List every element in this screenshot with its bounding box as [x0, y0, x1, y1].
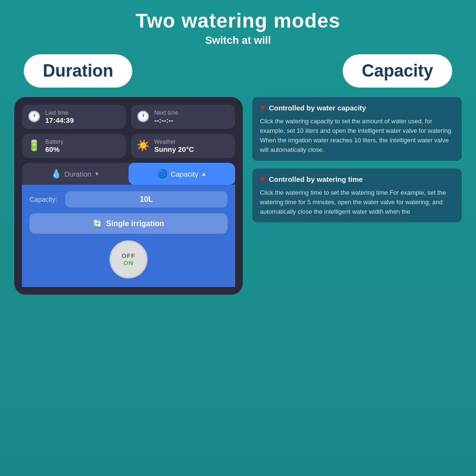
- content-area: 🕐 Last time 17:44:39 🕐 Next time --:--:-…: [14, 97, 462, 295]
- time-info-header: ♥ Controlled by watering time: [260, 174, 454, 184]
- phone-mockup: 🕐 Last time 17:44:39 🕐 Next time --:--:-…: [14, 97, 243, 295]
- capacity-tab[interactable]: 🔵 Capacity ▲: [129, 163, 235, 185]
- time-info-text: Click the watering time to set the water…: [260, 188, 454, 217]
- header: Two watering modes Switch at will: [14, 10, 462, 47]
- next-time-label: Next time: [154, 109, 178, 116]
- weather-icon: ☀️: [137, 139, 149, 152]
- capacity-info-header: ♥ Controlled by water capacity: [260, 103, 454, 113]
- mode-switcher: 💧 Duration ▼ 🔵 Capacity ▲: [22, 163, 235, 185]
- last-time-value: 17:44:39: [45, 116, 74, 124]
- weather-card: ☀️ Weather Sunny 20°C: [131, 134, 235, 158]
- capacity-tab-icon: 🔵: [157, 169, 168, 179]
- page-wrapper: Two watering modes Switch at will Durati…: [0, 0, 476, 476]
- irrigation-text: Single irrigation: [106, 219, 164, 228]
- capacity-row: Capacity: 10L: [30, 191, 228, 208]
- duration-tab[interactable]: 💧 Duration ▼: [22, 163, 129, 185]
- duration-tab-icon: 💧: [51, 169, 61, 179]
- toggle-area: OFF ON: [30, 240, 228, 280]
- sub-title: Switch at will: [14, 34, 462, 47]
- weather-label: Weather: [154, 139, 194, 145]
- heart-icon-1: ♥: [260, 103, 265, 113]
- duration-tab-arrow: ▼: [94, 171, 99, 177]
- toggle-switch[interactable]: OFF ON: [109, 240, 148, 278]
- battery-icon: 🔋: [28, 139, 40, 152]
- irrigation-icon: 🔄: [93, 219, 102, 228]
- capacity-field-label: Capacity:: [30, 196, 65, 203]
- info-grid: 🕐 Last time 17:44:39 🕐 Next time --:--:-…: [22, 105, 235, 158]
- capacity-info-text: Click the watering capacity to set the a…: [260, 117, 454, 155]
- last-time-card: 🕐 Last time 17:44:39: [22, 105, 126, 129]
- next-time-card: 🕐 Next time --:--:--: [131, 105, 235, 129]
- capacity-info-title: Controlled by water capacity: [269, 104, 366, 112]
- capacity-tab-label: Capacity: [170, 170, 198, 178]
- main-title: Two watering modes: [14, 10, 462, 32]
- battery-card: 🔋 Battery 60%: [22, 134, 126, 158]
- mode-labels: Duration Capacity: [24, 54, 452, 88]
- single-irrigation-button[interactable]: 🔄 Single irrigation: [30, 213, 228, 234]
- time-info-title: Controlled by watering time: [269, 175, 363, 183]
- duration-pill[interactable]: Duration: [24, 54, 132, 88]
- capacity-section: Capacity: 10L 🔄 Single irrigation OFF ON: [22, 185, 235, 287]
- heart-icon-2: ♥: [260, 174, 265, 184]
- right-info: ♥ Controlled by water capacity Click the…: [252, 97, 462, 295]
- next-time-value: --:--:--: [154, 116, 178, 124]
- capacity-value-box[interactable]: 10L: [65, 191, 228, 208]
- battery-label: Battery: [45, 139, 63, 145]
- capacity-tab-arrow: ▲: [201, 171, 207, 177]
- toggle-on-label: ON: [123, 259, 134, 267]
- toggle-off-label: OFF: [122, 252, 136, 259]
- last-time-icon: 🕐: [28, 110, 40, 123]
- time-info-box: ♥ Controlled by watering time Click the …: [252, 169, 462, 222]
- capacity-pill[interactable]: Capacity: [343, 54, 452, 88]
- battery-value: 60%: [45, 145, 63, 153]
- capacity-info-box: ♥ Controlled by water capacity Click the…: [252, 97, 462, 161]
- last-time-label: Last time: [45, 109, 74, 116]
- next-time-icon: 🕐: [137, 110, 149, 123]
- duration-tab-label: Duration: [64, 170, 91, 178]
- weather-value: Sunny 20°C: [154, 145, 194, 153]
